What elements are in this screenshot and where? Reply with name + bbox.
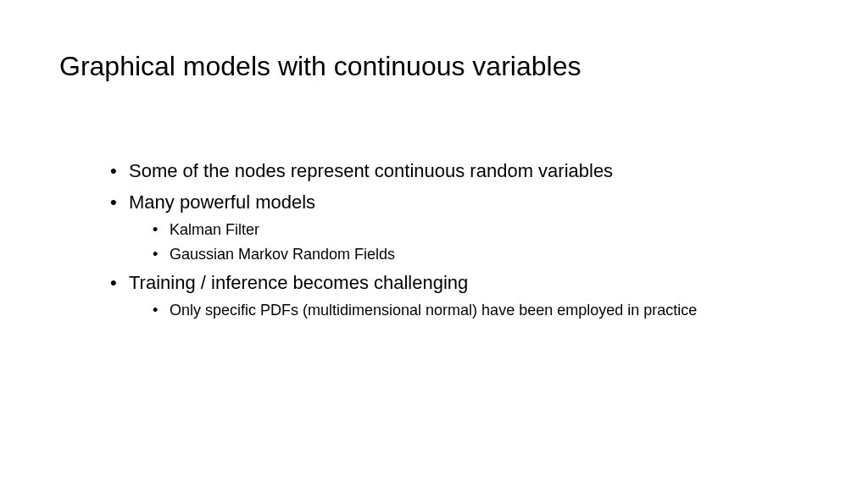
sub-bullet-list: Kalman Filter Gaussian Markov Random Fie… [129,219,809,265]
sub-bullet-text: Kalman Filter [170,221,259,238]
sub-bullet-text: Gaussian Markov Random Fields [170,246,395,263]
sub-bullet-item: Only specific PDFs (multidimensional nor… [153,300,809,321]
sub-bullet-item: Gaussian Markov Random Fields [153,244,809,265]
sub-bullet-text: Only specific PDFs (multidimensional nor… [170,302,697,319]
bullet-item: Many powerful models Kalman Filter Gauss… [110,190,809,265]
bullet-text: Some of the nodes represent continuous r… [129,160,613,181]
sub-bullet-item: Kalman Filter [153,219,809,241]
bullet-text: Training / inference becomes challenging [129,272,468,293]
slide-title: Graphical models with continuous variabl… [59,51,809,82]
slide-container: Graphical models with continuous variabl… [0,0,868,488]
slide-content: Some of the nodes represent continuous r… [59,158,809,321]
bullet-text: Many powerful models [129,191,315,213]
bullet-item: Some of the nodes represent continuous r… [110,158,809,185]
bullet-list: Some of the nodes represent continuous r… [110,158,809,321]
bullet-item: Training / inference becomes challenging… [110,270,809,321]
sub-bullet-list: Only specific PDFs (multidimensional nor… [129,300,809,321]
